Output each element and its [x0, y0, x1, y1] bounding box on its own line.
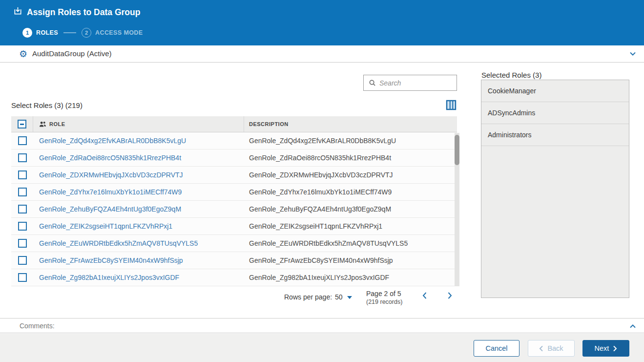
wizard-header: Assign Roles to Data Group 1 ROLES 2 ACC…: [0, 0, 644, 45]
next-button[interactable]: Next: [582, 340, 629, 357]
comments-label: Comments:: [20, 322, 55, 330]
column-chooser-button[interactable]: [446, 100, 457, 111]
row-checkbox[interactable]: [18, 205, 27, 213]
row-checkbox-cell: [11, 170, 33, 179]
description-column-header[interactable]: DESCRIPTION: [244, 116, 457, 132]
role-link[interactable]: GenRole_ZdYhx7e16lmuXbYk1o1iMECff74W9: [33, 188, 244, 196]
page-title: Assign Roles to Data Group: [27, 7, 140, 18]
row-checkbox-cell: [11, 205, 33, 213]
group-status-text: (Active): [87, 49, 112, 58]
row-checkbox[interactable]: [18, 256, 27, 265]
table-row: GenRole_Zg982bA1IxeujXLIYs2Jpos3vxIGDF G…: [11, 269, 457, 286]
step-roles[interactable]: 1 ROLES: [22, 28, 58, 38]
step-1-circle: 1: [22, 28, 32, 38]
table-row: GenRole_ZdRaOei88rcO5N835hk1RrezPHB4t Ge…: [11, 149, 457, 167]
role-link[interactable]: GenRole_ZDXRMwHEbvjqJXcbVD3czDPRVTJ: [33, 171, 244, 179]
select-all-checkbox[interactable]: [18, 120, 26, 128]
search-icon: [369, 79, 376, 86]
table-row: GenRole_ZehuByFQZA4Eh4ntUg3f0EgoZ9qM Gen…: [11, 201, 457, 218]
table-row: GenRole_ZFrAwzEbC8ySYEIM40n4xW9hfSsjp Ge…: [11, 252, 457, 269]
row-checkbox[interactable]: [18, 188, 27, 196]
selected-role-item[interactable]: ADSyncAdmins: [481, 102, 629, 124]
group-name-text: AuditDataGroup: [32, 49, 85, 58]
table-row: GenRole_ZEIK2sgseiHT1qpnLFKZVhRPxj1 GenR…: [11, 218, 457, 235]
row-checkbox-cell: [11, 136, 33, 145]
row-checkbox[interactable]: [18, 222, 27, 231]
selected-roles-title: Selected Roles (3): [481, 71, 541, 79]
role-link[interactable]: GenRole_ZdQd4xg2EfvKABrALR0DbB8K5vLgU: [33, 137, 244, 145]
step-access-mode[interactable]: 2 ACCESS MODE: [82, 28, 143, 38]
step-1-label: ROLES: [36, 29, 58, 36]
assign-roles-dialog: Assign Roles to Data Group 1 ROLES 2 ACC…: [0, 0, 644, 362]
row-checkbox-cell: [11, 239, 33, 248]
role-description: GenRole_ZdYhx7e16lmuXbYk1o1iMECff74W9: [244, 188, 457, 196]
caret-down-icon: [347, 296, 352, 299]
rows-per-page-dropdown[interactable]: Rows per page: 50: [284, 293, 352, 301]
search-box: [363, 75, 457, 91]
page-title-row: Assign Roles to Data Group: [13, 6, 140, 18]
table-header-row: ROLE DESCRIPTION: [11, 116, 457, 132]
gear-icon: ⚙: [19, 49, 27, 59]
role-link[interactable]: GenRole_ZEuWRDRtbEdkx5hZmAQV8TUsqVYLS5: [33, 239, 244, 247]
role-description: GenRole_ZdQd4xg2EfvKABrALR0DbB8K5vLgU: [244, 137, 457, 145]
chevron-left-icon: [539, 345, 543, 352]
row-checkbox[interactable]: [18, 273, 27, 282]
selected-role-item[interactable]: Administrators: [481, 124, 629, 146]
role-description: GenRole_ZFrAwzEbC8ySYEIM40n4xW9hfSsjp: [244, 256, 457, 264]
dialog-footer: Cancel Back Next: [0, 334, 644, 362]
role-description: GenRole_ZEuWRDRtbEdkx5hZmAQV8TUsqVYLS5: [244, 239, 457, 247]
row-checkbox[interactable]: [18, 170, 27, 179]
previous-page-button[interactable]: [421, 291, 429, 302]
next-page-button[interactable]: [446, 291, 454, 302]
data-group-context-bar: ⚙ AuditDataGroup (Active): [0, 45, 644, 63]
step-2-label: ACCESS MODE: [95, 29, 143, 36]
search-input[interactable]: [379, 79, 448, 87]
chevron-right-icon: [613, 345, 617, 352]
records-label: (219 records): [366, 298, 402, 305]
row-checkbox-cell: [11, 222, 33, 231]
table-body: GenRole_ZdQd4xg2EfvKABrALR0DbB8K5vLgU Ge…: [11, 132, 457, 286]
rows-per-page-label: Rows per page:: [284, 293, 332, 301]
role-link[interactable]: GenRole_ZEIK2sgseiHT1qpnLFKZVhRPxj1: [33, 222, 244, 230]
assign-roles-icon: [13, 6, 22, 18]
row-checkbox[interactable]: [18, 239, 27, 248]
role-link[interactable]: GenRole_Zg982bA1IxeujXLIYs2Jpos3vxIGDF: [33, 274, 244, 281]
role-header-label: ROLE: [49, 121, 65, 127]
role-description: GenRole_ZehuByFQZA4Eh4ntUg3f0EgoZ9qM: [244, 205, 457, 213]
cancel-button[interactable]: Cancel: [474, 340, 519, 357]
row-checkbox[interactable]: [18, 136, 27, 145]
role-link[interactable]: GenRole_ZehuByFQZA4Eh4ntUg3f0EgoZ9qM: [33, 205, 244, 213]
row-checkbox-cell: [11, 273, 33, 282]
table-row: GenRole_ZEuWRDRtbEdkx5hZmAQV8TUsqVYLS5 G…: [11, 235, 457, 252]
role-link[interactable]: GenRole_ZdRaOei88rcO5N835hk1RrezPHB4t: [33, 154, 244, 162]
page-label: Page 2 of 5: [366, 290, 402, 298]
row-checkbox-cell: [11, 188, 33, 196]
role-description: GenRole_ZDXRMwHEbvjqJXcbVD3czDPRVTJ: [244, 171, 457, 179]
comments-bar: Comments:: [0, 318, 644, 333]
row-checkbox[interactable]: [18, 153, 27, 162]
back-label: Back: [547, 344, 563, 352]
back-button[interactable]: Back: [528, 340, 575, 357]
table-row: GenRole_ZdQd4xg2EfvKABrALR0DbB8K5vLgU Ge…: [11, 132, 457, 149]
role-column-header[interactable]: ROLE: [33, 116, 244, 132]
context-collapse-chevron-down-icon[interactable]: [629, 50, 637, 60]
cancel-label: Cancel: [485, 344, 507, 352]
step-connector: [63, 32, 76, 33]
header-checkbox-cell: [11, 116, 33, 132]
select-roles-title: Select Roles (3) (219): [11, 101, 83, 109]
role-description: GenRole_ZdRaOei88rcO5N835hk1RrezPHB4t: [244, 154, 457, 162]
comments-collapse-chevron-up-icon[interactable]: [629, 322, 637, 332]
selected-role-item[interactable]: CookieManager: [481, 80, 629, 102]
wizard-stepper: 1 ROLES 2 ACCESS MODE: [22, 28, 143, 38]
description-header-label: DESCRIPTION: [249, 121, 289, 127]
page-info: Page 2 of 5 (219 records): [366, 290, 402, 305]
table-scrollbar-track[interactable]: [455, 133, 459, 286]
users-icon: [39, 121, 46, 128]
selected-roles-panel: CookieManager ADSyncAdmins Administrator…: [481, 80, 629, 298]
data-group-name: AuditDataGroup (Active): [32, 49, 112, 58]
row-checkbox-cell: [11, 153, 33, 162]
role-description: GenRole_ZEIK2sgseiHT1qpnLFKZVhRPxj1: [244, 222, 457, 230]
role-link[interactable]: GenRole_ZFrAwzEbC8ySYEIM40n4xW9hfSsjp: [33, 256, 244, 264]
table-scrollbar-thumb[interactable]: [455, 135, 459, 165]
rows-per-page-value: 50: [335, 293, 343, 301]
